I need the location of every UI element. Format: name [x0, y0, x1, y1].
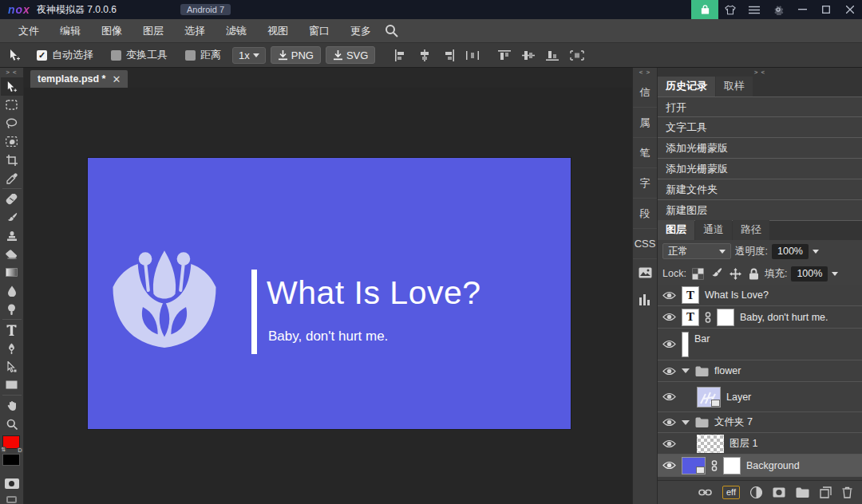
panel-tab-css[interactable]: CSS — [633, 229, 657, 259]
align-right-icon[interactable] — [442, 49, 455, 61]
lock-pixels-icon[interactable] — [711, 268, 722, 279]
layer-row-baby-dont-hurt-me[interactable]: T Baby, don't hurt me. — [658, 306, 862, 329]
minimize-button[interactable] — [790, 0, 814, 19]
maximize-button[interactable] — [814, 0, 838, 19]
fill-value[interactable]: 100% — [791, 266, 828, 282]
tool-move[interactable] — [1, 77, 23, 96]
menu-image[interactable]: 图像 — [91, 24, 132, 38]
menu-button[interactable] — [742, 0, 766, 19]
tab-history[interactable]: 历史记录 — [658, 77, 715, 96]
tool-dodge[interactable] — [1, 300, 23, 318]
theme-button[interactable] — [718, 0, 742, 19]
tool-gradient[interactable] — [1, 263, 23, 282]
distribute-vertical-icon[interactable] — [570, 49, 584, 61]
tool-clone-stamp[interactable] — [1, 226, 23, 245]
panel-tab-paragraph[interactable]: 段 — [633, 199, 657, 229]
panel-tab-properties[interactable]: 属 — [633, 108, 657, 138]
layer-row-layer-1[interactable]: 图层 1 — [658, 433, 862, 455]
align-middle-vertical-icon[interactable] — [522, 49, 535, 61]
history-item[interactable]: 打开 — [658, 96, 862, 117]
layer-name[interactable]: What Is Love? — [705, 289, 769, 301]
lock-transparency-icon[interactable] — [692, 268, 704, 280]
new-folder-icon[interactable] — [796, 487, 809, 498]
layer-row-folder-7[interactable]: 文件夹 7 — [658, 412, 862, 433]
document-tab[interactable]: template.psd * ✕ — [30, 70, 128, 88]
default-colors-icon[interactable]: D — [17, 447, 22, 453]
menu-layer[interactable]: 图层 — [132, 24, 174, 38]
new-layer-icon[interactable] — [820, 486, 832, 498]
align-center-horizontal-icon[interactable] — [418, 49, 431, 61]
pixel-layer-thumbnail[interactable] — [682, 332, 689, 357]
layer-row-flower-group[interactable]: flower — [658, 360, 862, 382]
group-expand-caret-icon[interactable] — [682, 420, 690, 425]
history-item[interactable]: 添加光栅蒙版 — [658, 138, 862, 159]
quick-mask-button[interactable] — [5, 478, 19, 489]
pixel-layer-thumbnail[interactable] — [697, 387, 721, 408]
layer-name[interactable]: 图层 1 — [730, 437, 757, 451]
add-mask-icon[interactable] — [773, 487, 785, 498]
canvas-viewport[interactable]: What Is Love? Baby, don't hurt me. — [24, 88, 632, 504]
mask-link-icon[interactable] — [705, 312, 711, 323]
layer-mask-thumbnail[interactable] — [717, 309, 734, 326]
tab-paths[interactable]: 路径 — [733, 220, 769, 240]
layer-name[interactable]: 文件夹 7 — [714, 415, 753, 429]
visibility-eye-icon[interactable] — [662, 439, 676, 448]
history-item[interactable]: 新建图层 — [658, 200, 862, 221]
screen-mode-button[interactable] — [6, 496, 17, 503]
tool-eraser[interactable] — [1, 245, 23, 263]
visibility-eye-icon[interactable] — [662, 367, 676, 376]
layer-name[interactable]: Background — [746, 460, 800, 471]
menu-filter[interactable]: 滤镜 — [216, 24, 257, 38]
visibility-eye-icon[interactable] — [662, 418, 676, 427]
toolbox-collapse-handle[interactable]: > < — [0, 68, 23, 77]
group-expand-caret-icon[interactable] — [682, 368, 690, 373]
tool-hand[interactable] — [1, 396, 23, 415]
align-bottom-icon[interactable] — [546, 49, 559, 61]
tool-lasso[interactable] — [1, 114, 23, 132]
layer-name[interactable]: Bar — [694, 333, 710, 345]
histogram-panel-icon[interactable] — [633, 286, 657, 313]
link-layers-icon[interactable] — [698, 489, 712, 496]
mask-link-icon[interactable] — [711, 460, 718, 471]
layer-row-what-is-love[interactable]: T What Is Love? — [658, 285, 862, 306]
menu-edit[interactable]: 编辑 — [49, 24, 91, 38]
export-png-button[interactable]: PNG — [271, 46, 321, 64]
background-color-swatch[interactable] — [2, 454, 20, 466]
export-svg-button[interactable]: SVG — [326, 46, 375, 64]
app-store-button[interactable] — [691, 0, 718, 19]
tab-layers[interactable]: 图层 — [658, 220, 694, 240]
panel-tab-info[interactable]: 信 — [633, 77, 657, 108]
tool-zoom[interactable] — [1, 415, 23, 433]
lock-all-icon[interactable] — [749, 268, 759, 280]
transform-tool-checkbox[interactable]: 变换工具 — [111, 48, 168, 62]
menu-file[interactable]: 文件 — [8, 24, 49, 38]
delete-layer-icon[interactable] — [842, 486, 852, 498]
adjustment-layer-icon[interactable] — [750, 486, 762, 498]
artboard[interactable]: What Is Love? Baby, don't hurt me. — [88, 158, 571, 429]
opacity-slider-icon[interactable] — [813, 250, 819, 254]
tool-pen[interactable] — [1, 339, 23, 357]
tab-channels[interactable]: 通道 — [695, 220, 732, 240]
tool-eyedropper[interactable] — [1, 169, 23, 187]
tool-blur[interactable] — [1, 282, 23, 300]
tool-marquee-select[interactable] — [1, 96, 23, 114]
tool-crop[interactable] — [1, 151, 23, 169]
close-button[interactable] — [838, 0, 862, 19]
distance-checkbox[interactable]: 距离 — [185, 48, 221, 62]
visibility-eye-icon[interactable] — [662, 291, 676, 300]
layer-name[interactable]: flower — [714, 365, 741, 376]
panel-tab-character[interactable]: 字 — [633, 168, 657, 199]
menu-window[interactable]: 窗口 — [299, 24, 340, 38]
menu-more[interactable]: 更多 — [340, 24, 382, 38]
history-item[interactable]: 新建文件夹 — [658, 179, 862, 200]
tool-select-brush[interactable] — [1, 132, 23, 151]
layer-row-layer[interactable]: Layer — [658, 382, 862, 412]
image-panel-icon[interactable] — [633, 259, 657, 286]
tool-healing-patch[interactable] — [1, 190, 23, 208]
transparent-layer-thumbnail[interactable] — [697, 435, 724, 453]
layer-name[interactable]: Baby, don't hurt me. — [740, 312, 828, 323]
layer-name[interactable]: Layer — [726, 392, 751, 403]
layer-mask-thumbnail[interactable] — [723, 457, 741, 474]
text-layer-thumbnail[interactable]: T — [682, 286, 699, 304]
pixel-layer-thumbnail[interactable] — [682, 457, 706, 474]
